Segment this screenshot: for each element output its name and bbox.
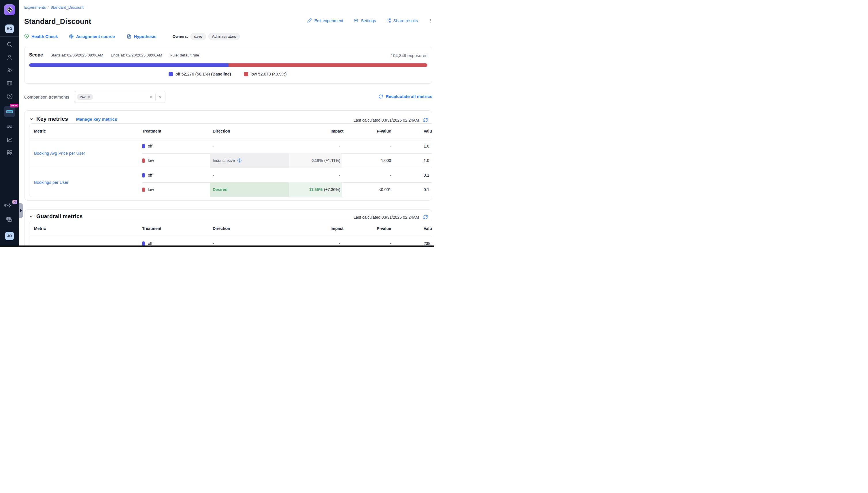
treatment-cell: off <box>142 144 152 148</box>
nav-item-metrics-active[interactable]: NEW <box>4 106 15 117</box>
workspace-badge[interactable]: HO <box>5 24 14 33</box>
refresh-icon[interactable] <box>423 215 428 219</box>
key-last-calculated: Last calculated 03/31/2025 02:24AM <box>354 118 419 123</box>
column-header-metric: Metric <box>34 129 46 133</box>
direction-label: - <box>213 173 214 177</box>
scope-ends: Ends at: 02/20/2025 08:06AM <box>111 53 162 57</box>
ai-assistant-icon[interactable]: AI <box>3 202 16 211</box>
metric-group: Bookings per Useroff---0.1lowDesired11.5… <box>29 168 432 197</box>
owner-chip[interactable]: dave <box>190 33 206 40</box>
p-value-cell: <0.001 <box>334 187 391 192</box>
breadcrumb: Experiments/Standard_Discount <box>24 5 84 9</box>
direction-label: Desired <box>213 187 227 192</box>
treatment-swatch <box>142 241 145 246</box>
treatment-cell: low <box>142 158 154 163</box>
health-check-link[interactable]: Health Check <box>24 34 58 39</box>
table-header-row: MetricTreatmentDirectionImpactP-valueVal… <box>29 221 432 236</box>
line-chart-icon[interactable] <box>6 136 13 143</box>
hexagons-icon[interactable] <box>6 67 13 74</box>
column-header-p-value: P-value <box>334 129 391 133</box>
treatment-swatch <box>142 158 145 163</box>
owners-group: Owners: dave Administrators <box>173 33 240 40</box>
search-icon[interactable] <box>6 41 13 48</box>
refresh-icon[interactable] <box>423 117 428 123</box>
share-icon <box>386 18 391 24</box>
value-cell: 0.1 <box>424 187 429 192</box>
people-icon[interactable] <box>6 123 13 130</box>
chevron-down-icon[interactable] <box>158 95 162 99</box>
select-clear-icon[interactable]: ✕ <box>149 94 153 100</box>
legend-swatch-off <box>169 72 173 77</box>
treatment-name: off <box>148 241 152 246</box>
column-header-direction: Direction <box>213 129 230 133</box>
metric-link[interactable]: Booking Avg Price per User <box>34 151 85 156</box>
hypothesis-link[interactable]: Hypothesis <box>127 34 156 39</box>
assignment-source-link[interactable]: Assignment source <box>69 34 115 39</box>
breadcrumb-current[interactable]: Standard_Discount <box>50 5 84 9</box>
direction-cell: - <box>210 168 289 183</box>
select-divider <box>155 94 156 101</box>
treatment-name: low <box>148 158 154 163</box>
collapse-chevron-icon[interactable] <box>29 214 34 219</box>
key-metrics-title: Key metrics <box>36 116 68 122</box>
direction-label: - <box>213 241 214 246</box>
value-cell: 0.1 <box>424 173 429 177</box>
column-header-metric: Metric <box>34 226 46 231</box>
owner-chip[interactable]: Administrators <box>208 33 240 40</box>
recalculate-all-metrics-button[interactable]: Recalculate all metrics <box>378 94 432 99</box>
metric-group: Average Bookends Promoter Netoff---238.3 <box>29 236 432 246</box>
settings-button[interactable]: Settings <box>354 18 376 24</box>
value-cell: 1.0 <box>424 144 429 148</box>
breadcrumb-experiments[interactable]: Experiments <box>24 5 46 9</box>
user-avatar[interactable]: JO <box>5 232 14 240</box>
breadcrumb-separator: / <box>47 5 49 9</box>
direction-cell: Desired <box>210 183 289 197</box>
guardrail-last-calculated: Last calculated 03/31/2025 02:24AM <box>354 215 419 219</box>
treatment-chip-low[interactable]: low ✕ <box>77 94 93 100</box>
refresh-icon <box>378 94 383 99</box>
p-value-cell: - <box>334 241 391 246</box>
sidebar: HO NEW <box>0 0 19 246</box>
owners-label: Owners: <box>173 34 188 39</box>
expand-arrow-icon <box>20 209 22 212</box>
help-chat-icon[interactable]: ? <box>6 216 13 223</box>
edit-experiment-button[interactable]: Edit experiment <box>307 18 343 24</box>
sidebar-expand-handle[interactable] <box>19 203 23 218</box>
sidebar-nav: NEW <box>0 41 19 156</box>
p-value-cell: 1.000 <box>334 158 391 163</box>
collapse-chevron-icon[interactable] <box>29 117 34 121</box>
direction-cell: - <box>210 139 289 153</box>
document-icon <box>127 34 131 39</box>
column-header-direction: Direction <box>213 226 230 231</box>
bottom-scrollbar-strip[interactable] <box>0 245 434 246</box>
metric-link[interactable]: Bookings per User <box>34 180 68 185</box>
flag-play-icon[interactable] <box>6 93 13 100</box>
blocks-icon[interactable] <box>6 149 13 156</box>
guardrail-metrics-title: Guardrail metrics <box>36 213 83 219</box>
comparison-treatments-select[interactable]: low ✕ ✕ <box>74 91 165 103</box>
pencil-icon <box>307 18 312 24</box>
treatment-row: lowInconclusive0.19%(±1.11%)1.0001.0 <box>29 153 432 168</box>
share-results-button[interactable]: Share results <box>386 18 418 24</box>
metric-group: Booking Avg Price per Useroff---1.0lowIn… <box>29 139 432 168</box>
table-header-row: MetricTreatmentDirectionImpactP-valueVal… <box>29 124 432 139</box>
legend-swatch-low <box>244 72 248 77</box>
statsig-logo[interactable] <box>4 4 15 15</box>
p-value-cell: - <box>334 173 391 177</box>
columns-icon[interactable] <box>6 80 13 87</box>
heart-check-icon <box>24 34 29 39</box>
treatment-name: low <box>148 187 154 192</box>
main-content: Experiments/Standard_Discount Standard_D… <box>19 0 434 246</box>
manage-key-metrics-link[interactable]: Manage key metrics <box>76 117 117 122</box>
help-circle-icon[interactable] <box>237 158 242 163</box>
chip-remove-icon[interactable]: ✕ <box>87 95 90 99</box>
direction-cell: Inconclusive <box>210 153 289 168</box>
scope-starts: Starts at: 02/06/2025 08:06AM <box>50 53 103 57</box>
treatment-cell: off <box>142 173 152 177</box>
user-icon[interactable] <box>6 54 13 61</box>
new-badge: NEW <box>10 104 18 107</box>
header-actions: Edit experiment Settings Share results <box>307 18 433 24</box>
more-options-button[interactable] <box>428 18 433 23</box>
exposure-split-bar <box>29 63 427 67</box>
column-header-treatment: Treatment <box>142 226 162 231</box>
